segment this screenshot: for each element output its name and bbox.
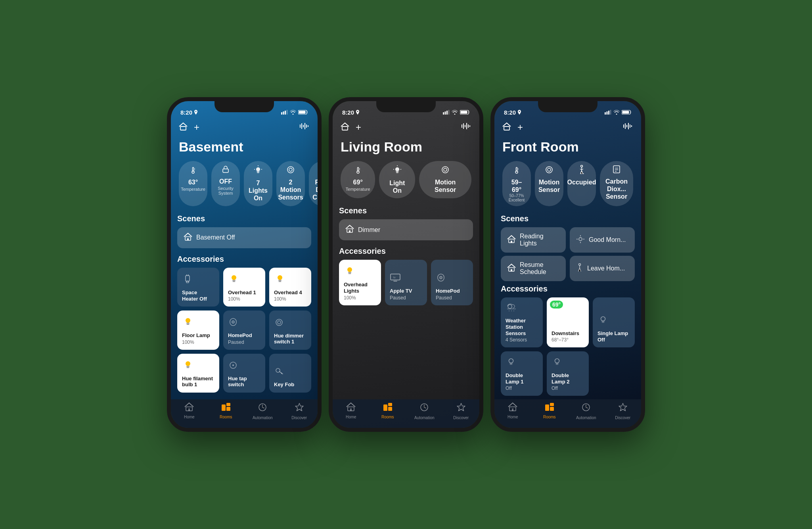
accessory-tile-overhead-4[interactable]: Overhead 4 100% [269,268,311,307]
accessory-tile-apple-tv[interactable]: tv Apple TV Paused [385,260,427,305]
status-pill[interactable]: 59–69° 50–77% Excellent [502,161,531,206]
svg-rect-90 [388,403,392,406]
waveform-icon[interactable] [460,122,471,133]
accessory-tile-overhead-1[interactable]: Overhead 1 100% [223,268,265,307]
scenes-label: Scenes [339,206,473,215]
pill-icon [512,165,521,177]
tab-discover[interactable]: Discover [281,402,318,420]
scene-icon [184,233,192,243]
svg-line-45 [280,372,283,374]
svg-rect-49 [222,404,226,411]
pill-icon [188,165,198,177]
status-pill[interactable]: 69° Temperature [341,161,375,198]
accessory-tile-double-lamp-1[interactable]: Double Lamp 1 Off [501,351,543,396]
tab-automation[interactable]: Automation [244,402,281,420]
svg-text:tv: tv [393,276,396,279]
scene-btn[interactable]: Dimmer [339,219,473,240]
status-pill[interactable]: Carbon Diox... Sensor [600,161,633,206]
add-icon[interactable]: + [517,122,523,133]
tab-label: Home [184,415,195,419]
scene-label: Dimmer [358,226,380,234]
tab-automation[interactable]: Automation [406,402,443,420]
accessory-tile-double-lamp-2[interactable]: Double Lamp 2 Off [547,351,589,396]
svg-point-43 [232,364,234,366]
svg-rect-1 [283,111,284,115]
accessory-tile-homepod[interactable]: HomePod Paused [431,260,473,305]
accessory-tile-overhead-lights[interactable]: Overhead Lights 100% [339,260,381,305]
add-icon[interactable]: + [194,122,199,133]
home-icon[interactable] [341,123,349,132]
tab-rooms[interactable]: Rooms [370,402,406,420]
phone-living: 8:20 + [329,97,483,432]
status-pill[interactable]: 63° Temperature [179,161,207,206]
add-icon[interactable]: + [356,122,361,133]
tab-label: Rooms [381,415,394,419]
accessory-tile-weather-station-sensors[interactable]: Weather Station Sensors 4 Sensors [501,297,543,347]
svg-rect-100 [504,126,509,130]
scene-btn[interactable]: Basement Off [177,227,311,248]
status-pill[interactable]: Front Door Closed [309,161,318,206]
status-pill[interactable]: Motion Sensor [535,161,563,206]
tab-discover[interactable]: Discover [443,402,480,420]
tab-home[interactable]: Home [333,402,370,420]
status-pill[interactable]: 2 Motion Sensors [276,161,305,206]
status-pill[interactable]: Occupied [567,161,596,206]
status-pill[interactable]: Motion Sensor [419,161,471,198]
tab-label: Discover [615,416,630,420]
scrollable-content: Scenes Reading Lights Good Morn... Resum… [494,213,641,399]
tab-home[interactable]: Home [494,402,531,420]
accessory-tile-hue-tap-switch[interactable]: Hue tap switch [223,354,265,393]
tab-label: Rooms [543,415,556,419]
accessory-name: Hue dimmer switch 1 [274,333,306,345]
svg-rect-127 [511,269,512,271]
scene-label: Basement Off [196,234,235,241]
tab-home[interactable]: Home [171,402,208,420]
scene-resume[interactable]: Resume Schedule [501,256,566,281]
accessory-tile-homepod[interactable]: HomePod Paused [223,310,265,350]
accessory-name: Hue filament bulb 1 [182,376,214,388]
accessory-name: HomePod [228,332,260,339]
accessory-tile-space-heater-off[interactable]: Space Heater Off [177,268,219,307]
status-pill[interactable]: 7 Lights On [244,161,272,206]
scene-leave-home[interactable]: Leave Hom... [570,256,635,281]
accessory-icon [274,317,306,330]
scrollable-content: Scenes Dimmer Accessories Overhead Light… [333,205,479,399]
tab-icon-rooms [545,402,554,414]
scene-label: Reading Lights [520,233,559,247]
svg-point-41 [186,361,190,366]
accessory-name: Hue tap switch [228,376,260,388]
accessory-status: Paused [436,295,468,301]
accessory-tile-floor-lamp[interactable]: Floor Lamp 100% [177,310,219,350]
home-icon[interactable] [502,123,511,132]
scene-good-morning[interactable]: Good Morn... [570,227,635,253]
tab-rooms[interactable]: Rooms [531,402,568,420]
pill-icon [221,165,230,176]
phones-container: 8:20 + [167,97,645,432]
accessory-name: Overhead 1 [228,289,260,296]
scene-reading-lights[interactable]: Reading Lights [501,227,566,253]
accessory-tile-hue-dimmer-switch-1[interactable]: Hue dimmer switch 1 [269,310,311,350]
svg-point-19 [256,167,260,171]
notch [214,101,274,112]
tab-automation[interactable]: Automation [568,402,605,420]
tab-rooms[interactable]: Rooms [208,402,245,420]
accessory-tile-single-lamp-off[interactable]: Single Lamp Off [593,297,635,347]
accessory-status: 100% [182,339,214,345]
svg-point-77 [444,168,447,171]
header-bar: + [171,119,318,138]
waveform-icon[interactable] [298,122,310,133]
accessory-tile-downstairs[interactable]: 69° Downstairs 68°–73° [547,297,589,347]
phone-content: 8:20 + [494,101,641,428]
home-icon[interactable] [179,123,188,132]
status-icons [281,110,308,115]
tab-icon-home [184,402,194,414]
pill-value: Occupied [567,178,596,186]
waveform-icon[interactable] [621,122,633,133]
svg-rect-144 [550,407,554,411]
accessory-tile-key-fob[interactable]: Key Fob [269,354,311,393]
accessory-tile-hue-filament-bulb-1[interactable]: Hue filament bulb 1 [177,354,219,393]
svg-point-112 [546,167,552,173]
tab-discover[interactable]: Discover [605,402,642,420]
status-pill[interactable]: OFF Security System [211,161,240,206]
status-pill[interactable]: Light On [379,161,415,198]
